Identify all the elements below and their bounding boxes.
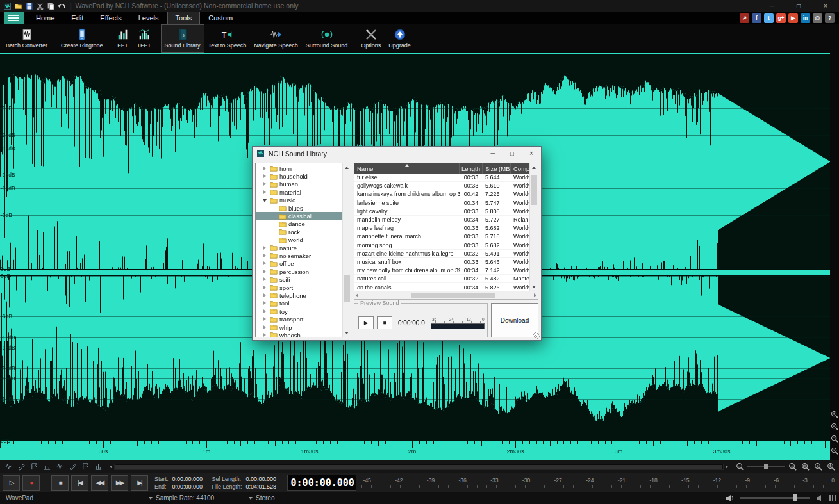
expand-caret-icon[interactable] [262, 332, 268, 337]
tree-item-telephone[interactable]: telephone [256, 291, 342, 299]
channel-mode-selector[interactable]: Stereo [249, 494, 274, 501]
zoom-vertical-icon[interactable] [826, 462, 836, 471]
sound-library-button[interactable]: ♪Sound Library [161, 24, 204, 53]
minimize-button[interactable]: ─ [758, 0, 785, 12]
tree-item-office[interactable]: office [256, 260, 342, 268]
undo-icon[interactable] [58, 2, 66, 10]
surround-sound-button[interactable]: Surround Sound [302, 24, 352, 53]
expand-caret-icon[interactable] [262, 300, 268, 306]
save-icon[interactable] [25, 2, 33, 10]
waveform-horizontal-scrollbar[interactable] [110, 463, 728, 471]
zoom-slider-thumb[interactable] [764, 464, 768, 469]
dialog-titlebar[interactable]: NCH Sound Library ─ □ × [253, 147, 541, 160]
table-horizontal-scrollbar[interactable] [354, 291, 538, 300]
scroll-down-button[interactable] [343, 329, 351, 337]
tree-item-percussion[interactable]: percussion [256, 268, 342, 275]
sound-row[interactable]: natures call00:325.482Montel Br [354, 275, 529, 283]
tree-item-noisemaker[interactable]: noisemaker [256, 252, 342, 259]
sound-row[interactable]: marionette funeral march00:335.718Worldw… [354, 232, 529, 241]
expand-caret-icon[interactable] [262, 325, 268, 330]
scroll-left-icon[interactable] [356, 293, 358, 297]
tree-item-sport[interactable]: sport [256, 284, 342, 291]
region-tool-icon[interactable] [67, 462, 78, 471]
tree-item-rock[interactable]: rock [256, 228, 342, 236]
column-header-name[interactable]: Name [354, 163, 460, 174]
expand-caret-icon[interactable] [262, 245, 268, 251]
column-header-composer[interactable]: Composer [511, 163, 529, 174]
tab-tools[interactable]: Tools [167, 12, 201, 24]
zoom-full-icon[interactable] [813, 462, 823, 471]
create-ringtone-button[interactable]: Create Ringtone [57, 24, 107, 53]
googleplus-icon[interactable]: g+ [776, 13, 786, 23]
tree-item-classical[interactable]: classical [256, 212, 342, 220]
tree-scrollbar[interactable] [342, 163, 351, 337]
volume-icon[interactable] [726, 494, 735, 502]
expand-caret-icon[interactable] [262, 190, 268, 195]
tree-item-toy[interactable]: toy [256, 307, 342, 315]
sound-row[interactable]: my new dolly from childrens album op 390… [354, 266, 529, 275]
play-button[interactable]: ▷ [3, 475, 20, 491]
tree-item-household[interactable]: household [256, 172, 342, 180]
expand-caret-icon[interactable] [262, 269, 268, 275]
tree-item-tool[interactable]: tool [256, 300, 342, 307]
dialog-maximize-button[interactable]: □ [503, 147, 522, 160]
zoom-in-icon[interactable] [787, 462, 797, 471]
tree-scrollbar-track[interactable] [343, 172, 351, 329]
scrollbar-track[interactable] [114, 464, 724, 470]
expand-caret-icon[interactable] [262, 166, 268, 172]
batch-converter-button[interactable]: Batch Converter [2, 24, 51, 53]
sound-row[interactable]: light cavalry00:335.808Worldwid [354, 207, 529, 216]
select-tool-icon[interactable] [3, 462, 13, 471]
table-scrollbar-track[interactable] [530, 172, 538, 282]
wave-file-icon[interactable] [3, 2, 12, 10]
tree-item-music[interactable]: music [256, 197, 342, 204]
tree-scrollbar-thumb[interactable] [344, 275, 350, 302]
tab-levels[interactable]: Levels [130, 12, 167, 24]
tree-item-blues[interactable]: blues [256, 204, 342, 212]
expand-caret-icon[interactable] [262, 285, 268, 291]
scroll-right-icon[interactable] [534, 293, 536, 297]
snap-tool-icon[interactable] [80, 462, 90, 471]
sound-row[interactable]: larlesienne suite00:345.747Worldwid [354, 199, 529, 207]
upgrade-button[interactable]: Upgrade [385, 24, 415, 53]
sound-row[interactable]: mozart eine kleine nachtmusik allegro00:… [354, 250, 529, 258]
dialog-minimize-button[interactable]: ─ [483, 147, 503, 160]
preview-stop-button[interactable]: ■ [377, 316, 392, 329]
rewind-button[interactable]: ◀◀ [91, 475, 108, 491]
share-icon[interactable]: ↗ [740, 13, 749, 23]
statusbar-app-name[interactable]: WavePad [0, 494, 40, 501]
sound-row[interactable]: fur elise00:335.644Worldwid [354, 174, 529, 182]
linkedin-icon[interactable]: in [801, 13, 810, 23]
download-button[interactable]: Download [491, 303, 538, 337]
tree-item-human[interactable]: human [256, 181, 342, 188]
zoom-out-icon[interactable] [735, 462, 745, 471]
expand-caret-icon[interactable] [262, 309, 268, 314]
volume-slider[interactable] [740, 497, 810, 499]
facebook-icon[interactable]: f [752, 13, 761, 23]
record-button[interactable]: ● [22, 475, 40, 491]
scrollbar-thumb[interactable] [115, 465, 722, 469]
sound-row[interactable]: mandolin melody00:345.727Roland S [354, 216, 529, 224]
open-icon[interactable] [14, 2, 22, 10]
resize-grip[interactable] [533, 332, 540, 339]
vertical-zoom-out-icon[interactable] [831, 423, 838, 430]
envelope-tool-icon[interactable] [29, 462, 39, 471]
navigate-speech-button[interactable]: Navigate Speech [250, 24, 302, 53]
scrub-tool-icon[interactable] [42, 462, 52, 471]
preview-play-button[interactable]: ▶ [358, 316, 374, 329]
email-icon[interactable]: @ [813, 13, 822, 23]
tab-home[interactable]: Home [28, 12, 63, 24]
column-header-length[interactable]: Length [460, 163, 483, 174]
sound-row[interactable]: morning song00:335.682Worldwid [354, 241, 529, 250]
vertical-zoom-selection-icon[interactable] [831, 435, 838, 443]
tree-item-horn[interactable]: horn [256, 165, 342, 172]
playback-device-icon[interactable] [815, 494, 824, 502]
cut-icon[interactable] [36, 2, 44, 10]
scroll-left-icon[interactable] [110, 465, 112, 469]
scroll-up-button[interactable] [530, 163, 538, 172]
twitter-icon[interactable]: t [764, 13, 774, 23]
go-to-start-button[interactable]: |◀ [71, 475, 88, 491]
help-icon[interactable]: ? [825, 13, 835, 23]
fft-button[interactable]: FFT [113, 24, 133, 53]
table-scrollbar-thumb[interactable] [531, 175, 537, 205]
